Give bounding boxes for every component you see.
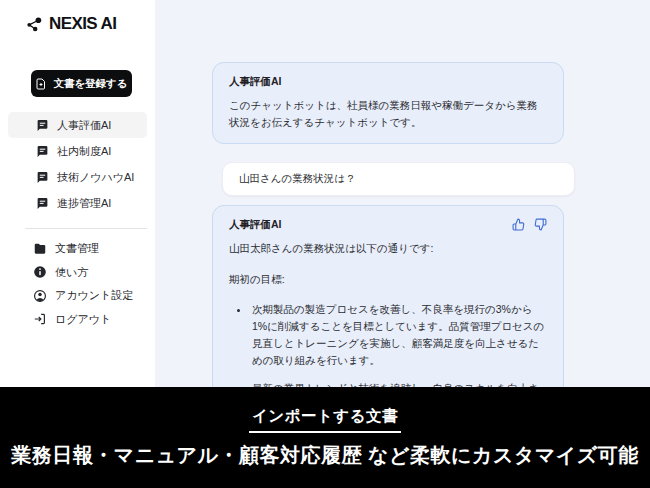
thumbs-up-icon[interactable] — [512, 218, 525, 231]
brand-name: NEXIS AI — [49, 14, 116, 34]
register-document-label: 文書を登録する — [53, 77, 127, 91]
sidebar-item-gijutsu-knowhow-ai[interactable]: 技術ノウハウAI — [8, 164, 147, 190]
chat-icon — [36, 197, 49, 210]
register-document-button[interactable]: 文書を登録する — [31, 70, 132, 97]
bot-name: 人事評価AI — [229, 73, 547, 90]
sidebar-item-logout[interactable]: ログアウト — [8, 308, 147, 332]
logout-icon — [33, 312, 47, 326]
sidebar-item-label: 技術ノウハウAI — [57, 170, 134, 185]
share-nodes-icon — [26, 16, 43, 33]
feedback-controls — [512, 218, 547, 231]
chat-panel: 人事評価AI このチャットボットは、社員様の業務日報や稼働データから業務状況をお… — [155, 0, 650, 387]
user-message-text: 山田さんの業務状況は？ — [239, 172, 355, 184]
sidebar-item-label: 使い方 — [55, 265, 88, 280]
import-banner: インポートする文書 業務日報・マニュアル・顧客対応履歴 など柔軟にカスタマイズ可… — [0, 387, 650, 488]
ai-response-intro: 山田太郎さんの業務状況は以下の通りです: — [229, 240, 547, 257]
sidebar-item-how-to-use[interactable]: 使い方 — [8, 261, 147, 285]
ai-response-section-heading: 期初の目標: — [229, 271, 547, 288]
sidebar-item-document-management[interactable]: 文書管理 — [8, 237, 147, 261]
info-icon — [33, 265, 47, 279]
chat-icon — [36, 119, 49, 132]
sidebar-divider — [25, 228, 147, 229]
folder-icon — [33, 242, 47, 256]
banner-title: インポートする文書 — [249, 406, 401, 433]
sidebar-item-shinchoku-kanri-ai[interactable]: 進捗管理AI — [8, 190, 147, 216]
banner-subtitle: 業務日報・マニュアル・顧客対応履歴 など柔軟にカスタマイズ可能 — [11, 442, 639, 469]
bot-name: 人事評価AI — [229, 216, 282, 233]
account-icon — [33, 289, 47, 303]
sidebar-item-label: ログアウト — [55, 312, 111, 327]
sidebar-item-label: 社内制度AI — [57, 144, 111, 159]
sidebar-item-account-settings[interactable]: アカウント設定 — [8, 284, 147, 308]
list-item: 次期製品の製造プロセスを改善し、不良率を現行の3%から1%に削減することを目標と… — [250, 301, 547, 369]
chat-icon — [36, 145, 49, 158]
sidebar-item-label: 文書管理 — [55, 241, 99, 256]
ai-intro-message: 人事評価AI このチャットボットは、社員様の業務日報や稼働データから業務状況をお… — [212, 62, 564, 144]
sidebar-item-label: 進捗管理AI — [57, 196, 111, 211]
ai-intro-text: このチャットボットは、社員様の業務日報や稼働データから業務状況をお伝えするチャッ… — [229, 97, 547, 131]
brand-logo: NEXIS AI — [26, 14, 116, 34]
assistant-nav: 人事評価AI 社内制度AI 技術ノウハウAI 進捗管理AI — [8, 112, 147, 216]
thumbs-down-icon[interactable] — [534, 218, 547, 231]
utility-nav: 文書管理 使い方 アカウント設定 ログアウト — [8, 237, 147, 331]
document-add-icon — [35, 78, 47, 90]
sidebar-item-label: 人事評価AI — [57, 118, 111, 133]
sidebar-item-jinji-hyouka-ai[interactable]: 人事評価AI — [8, 112, 147, 138]
sidebar-item-label: アカウント設定 — [55, 288, 133, 303]
sidebar-item-shanai-seido-ai[interactable]: 社内制度AI — [8, 138, 147, 164]
app-window: NEXIS AI 文書を登録する 人事評価AI — [0, 0, 650, 488]
ai-response-header: 人事評価AI — [229, 216, 547, 233]
chat-icon — [36, 171, 49, 184]
sidebar: NEXIS AI 文書を登録する 人事評価AI — [0, 0, 155, 387]
user-message: 山田さんの業務状況は？ — [222, 162, 575, 196]
